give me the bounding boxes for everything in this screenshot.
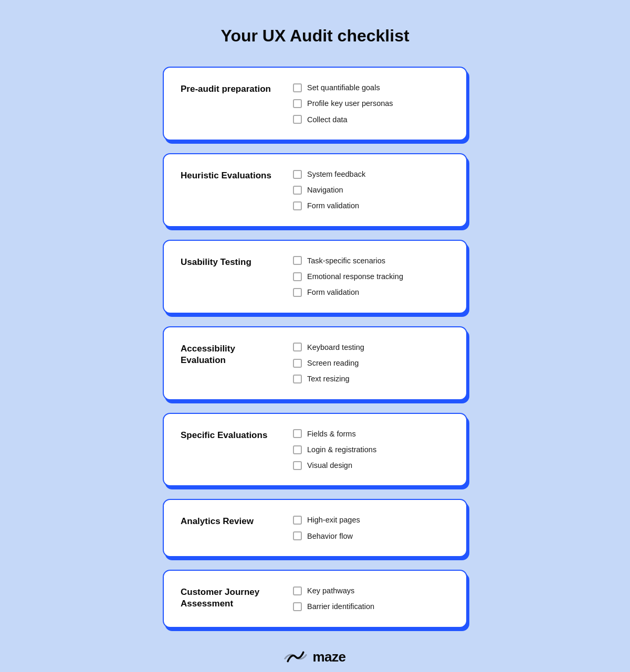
item-label: Key pathways (307, 585, 354, 596)
list-item: System feedback (293, 169, 449, 179)
item-label: Task-specific scenarios (307, 255, 385, 266)
item-label: System feedback (307, 169, 365, 179)
checkbox[interactable] (293, 256, 302, 265)
maze-logo-icon (284, 649, 307, 664)
card-title-specific: Specific Evaluations (181, 429, 280, 441)
card-title-pre-audit: Pre-audit preparation (181, 82, 280, 95)
card-items-analytics: High-exit pagesBehavior flow (293, 515, 449, 541)
page-title: Your UX Audit checklist (220, 26, 409, 46)
list-item: Screen reading (293, 358, 449, 368)
checkbox[interactable] (293, 429, 302, 438)
maze-logo-text: maze (312, 649, 345, 665)
checkbox[interactable] (293, 343, 302, 351)
card-items-customer-journey: Key pathwaysBarrier identification (293, 585, 449, 612)
checkbox[interactable] (293, 115, 302, 124)
item-label: Collect data (307, 114, 348, 125)
item-label: Fields & forms (307, 429, 356, 439)
card-specific: Specific EvaluationsFields & formsLogin … (163, 413, 467, 487)
checkbox[interactable] (293, 83, 302, 92)
checkbox[interactable] (293, 170, 302, 179)
item-label: Form validation (307, 287, 359, 297)
card-usability: Usability TestingTask-specific scenarios… (163, 240, 467, 314)
checkbox[interactable] (293, 461, 302, 470)
checklist-container: Pre-audit preparationSet quantifiable go… (163, 67, 467, 628)
list-item: Form validation (293, 287, 449, 297)
logo-area: maze (284, 649, 345, 665)
item-label: Behavior flow (307, 531, 353, 541)
card-customer-journey: Customer Journey AssessmentKey pathwaysB… (163, 570, 467, 628)
checkbox[interactable] (293, 272, 302, 281)
card-items-heuristic: System feedbackNavigationForm validation (293, 169, 449, 211)
item-label: Login & registrations (307, 444, 376, 455)
card-title-usability: Usability Testing (181, 255, 280, 268)
list-item: Form validation (293, 200, 449, 211)
checkbox[interactable] (293, 201, 302, 210)
card-title-analytics: Analytics Review (181, 515, 280, 527)
list-item: Task-specific scenarios (293, 255, 449, 266)
item-label: Screen reading (307, 358, 359, 368)
checkbox[interactable] (293, 288, 302, 297)
list-item: Navigation (293, 185, 449, 195)
card-title-accessibility: Accessibility Evaluation (181, 342, 280, 366)
card-title-heuristic: Heuristic Evaluations (181, 169, 280, 182)
checkbox[interactable] (293, 445, 302, 454)
item-label: Set quantifiable goals (307, 82, 380, 93)
item-label: Visual design (307, 460, 352, 471)
checkbox[interactable] (293, 375, 302, 383)
list-item: Barrier identification (293, 601, 449, 612)
card-accessibility: Accessibility EvaluationKeyboard testing… (163, 326, 467, 400)
checkbox[interactable] (293, 99, 302, 108)
list-item: Profile key user personas (293, 98, 449, 109)
checkbox[interactable] (293, 586, 302, 595)
checkbox[interactable] (293, 602, 302, 611)
list-item: Visual design (293, 460, 449, 471)
list-item: High-exit pages (293, 515, 449, 525)
list-item: Text resizing (293, 374, 449, 384)
card-analytics: Analytics ReviewHigh-exit pagesBehavior … (163, 499, 467, 557)
card-items-usability: Task-specific scenariosEmotional respons… (293, 255, 449, 298)
checkbox[interactable] (293, 359, 302, 368)
list-item: Emotional response tracking (293, 271, 449, 282)
card-items-accessibility: Keyboard testingScreen readingText resiz… (293, 342, 449, 385)
item-label: Keyboard testing (307, 342, 364, 353)
checkbox[interactable] (293, 516, 302, 525)
list-item: Keyboard testing (293, 342, 449, 353)
checkbox[interactable] (293, 186, 302, 195)
item-label: Barrier identification (307, 601, 374, 612)
item-label: Emotional response tracking (307, 271, 403, 282)
item-label: Navigation (307, 185, 343, 195)
list-item: Fields & forms (293, 429, 449, 439)
item-label: Form validation (307, 200, 359, 211)
card-items-specific: Fields & formsLogin & registrationsVisua… (293, 429, 449, 471)
item-label: Text resizing (307, 374, 350, 384)
card-title-customer-journey: Customer Journey Assessment (181, 585, 280, 610)
list-item: Login & registrations (293, 444, 449, 455)
list-item: Behavior flow (293, 531, 449, 541)
item-label: Profile key user personas (307, 98, 393, 109)
checkbox[interactable] (293, 531, 302, 540)
card-pre-audit: Pre-audit preparationSet quantifiable go… (163, 67, 467, 141)
card-heuristic: Heuristic EvaluationsSystem feedbackNavi… (163, 153, 467, 227)
list-item: Key pathways (293, 585, 449, 596)
list-item: Set quantifiable goals (293, 82, 449, 93)
list-item: Collect data (293, 114, 449, 125)
card-items-pre-audit: Set quantifiable goalsProfile key user p… (293, 82, 449, 125)
item-label: High-exit pages (307, 515, 360, 525)
